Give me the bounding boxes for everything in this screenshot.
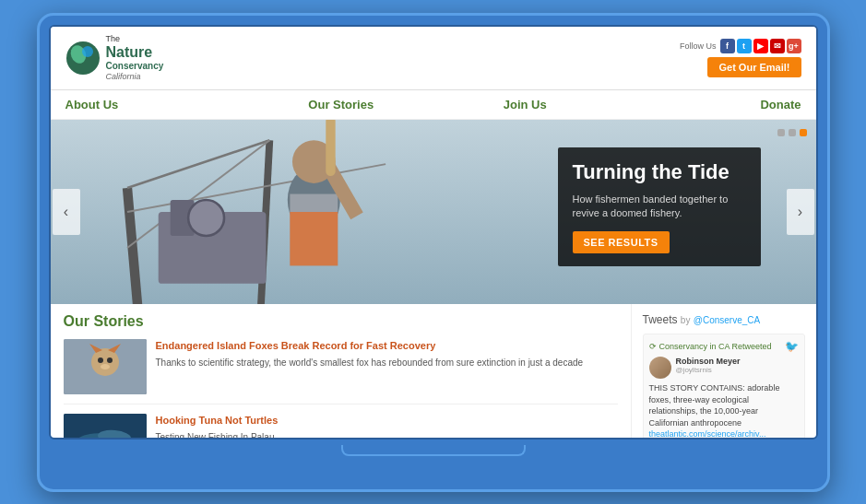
nav-our-stories[interactable]: Our Stories — [249, 98, 433, 111]
tweet-user-handle: @joyltsrnis — [676, 366, 799, 374]
story-content-1: Endangered Island Foxes Break Record for… — [156, 339, 584, 394]
slider-dot-1[interactable] — [777, 129, 785, 136]
slider-dot-3[interactable] — [800, 129, 807, 136]
social-icons: f t ▶ ✉ g+ — [720, 39, 801, 53]
story-thumb-fox — [64, 339, 147, 394]
tweet-retweet: ⟳ Conservancy in CA Retweeted — [649, 342, 772, 351]
svg-point-24 — [101, 364, 110, 369]
story-desc-1: Thanks to scientific strategy, the world… — [156, 357, 584, 369]
laptop-base — [341, 445, 526, 456]
story-content-2: Hooking Tuna Not Turtles Testing New Fis… — [156, 414, 279, 437]
tweets-header: Tweets by @Conserve_CA — [643, 313, 805, 326]
svg-rect-17 — [326, 120, 335, 176]
youtube-icon[interactable]: ▶ — [753, 39, 768, 53]
hero-slider: ‹ › Turning the Tide How fishermen bande… — [51, 120, 816, 304]
hero-description: How fishermen banded together to revive … — [573, 193, 746, 221]
website: The Nature Conservancy California Follow… — [51, 27, 816, 438]
stories-section: Our Stories — [51, 304, 632, 437]
logo-icon — [65, 41, 101, 76]
story-item-2: Hooking Tuna Not Turtles Testing New Fis… — [64, 414, 618, 437]
site-header: The Nature Conservancy California Follow… — [51, 27, 816, 91]
logo-california: California — [106, 72, 164, 82]
twitter-bird-icon: 🐦 — [785, 340, 799, 353]
logo-area: The Nature Conservancy California — [65, 34, 164, 83]
logo-the: The — [106, 34, 164, 44]
story-headline-2[interactable]: Hooking Tuna Not Turtles — [156, 414, 279, 427]
get-email-button[interactable]: Get Our Email! — [707, 57, 801, 77]
email-social-icon[interactable]: ✉ — [770, 39, 785, 53]
tweet-user-info: Robinson Meyer @joyltsrnis — [676, 357, 799, 374]
stories-section-title: Our Stories — [64, 313, 618, 330]
tweet-username: Robinson Meyer — [676, 357, 799, 366]
story-desc-2: Testing New Fishing In Palau — [156, 431, 279, 438]
logo-conservancy: Conservancy — [106, 61, 164, 72]
tweet-avatar — [649, 357, 671, 379]
svg-point-22 — [98, 357, 103, 363]
slider-dots — [777, 129, 807, 136]
story-headline-1[interactable]: Endangered Island Foxes Break Record for… — [156, 339, 584, 352]
laptop-frame: The Nature Conservancy California Follow… — [37, 13, 830, 492]
svg-point-23 — [107, 357, 113, 363]
svg-point-11 — [188, 200, 224, 236]
follow-us: Follow Us f t ▶ ✉ g+ — [680, 39, 801, 53]
slider-dot-2[interactable] — [789, 129, 796, 136]
bottom-area: Our Stories — [51, 304, 816, 437]
tweet-retweet-label: Conservancy in CA Retweeted — [659, 342, 772, 351]
header-right: Follow Us f t ▶ ✉ g+ Get Our Email! — [680, 39, 801, 77]
logo-nature: Nature — [106, 43, 164, 61]
retweet-icon: ⟳ — [649, 342, 657, 351]
svg-point-2 — [82, 46, 93, 57]
tweets-handle[interactable]: @Conserve_CA — [694, 315, 760, 325]
logo-text: The Nature Conservancy California — [106, 34, 164, 83]
tuna-thumb-image — [64, 414, 147, 437]
hero-see-results-button[interactable]: SEE RESULTS — [573, 231, 670, 253]
tweet-top: ⟳ Conservancy in CA Retweeted 🐦 — [649, 340, 799, 353]
nav-donate[interactable]: Donate — [617, 98, 801, 111]
nav-join-us[interactable]: Join Us — [433, 98, 618, 111]
story-thumb-tuna — [64, 414, 147, 437]
laptop-screen: The Nature Conservancy California Follow… — [49, 25, 818, 440]
facebook-icon[interactable]: f — [720, 39, 735, 53]
svg-rect-15 — [290, 212, 338, 265]
googleplus-icon[interactable]: g+ — [787, 39, 801, 53]
follow-us-label: Follow Us — [680, 41, 717, 51]
main-nav: About Us Our Stories Join Us Donate — [51, 90, 816, 120]
svg-point-19 — [91, 348, 119, 376]
tweets-label: Tweets — [643, 313, 678, 326]
tweet-link[interactable]: theatlantic.com/science/archiv... — [649, 429, 799, 438]
hero-title: Turning the Tide — [573, 160, 746, 184]
tweets-by: by — [681, 315, 691, 325]
nav-about-us[interactable]: About Us — [65, 98, 250, 111]
story-item-1: Endangered Island Foxes Break Record for… — [64, 339, 618, 404]
fox-thumb-image — [64, 339, 147, 394]
hero-next-button[interactable]: › — [787, 189, 814, 235]
hero-prev-button[interactable]: ‹ — [53, 189, 80, 235]
tweet-text: THIS STORY CONTAINS: adorable foxes, thr… — [649, 382, 799, 428]
tweet-item-1: ⟳ Conservancy in CA Retweeted 🐦 Robinson… — [643, 334, 805, 437]
twitter-icon[interactable]: t — [737, 39, 752, 53]
hero-overlay: Turning the Tide How fishermen banded to… — [558, 147, 761, 266]
tweets-panel: Tweets by @Conserve_CA ⟳ Conservancy in … — [632, 304, 816, 437]
